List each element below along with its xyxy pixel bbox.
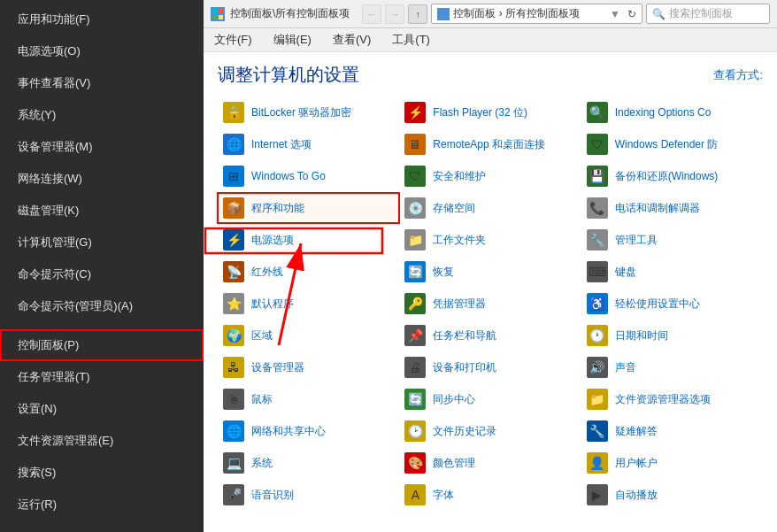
grid-item-backup[interactable]: 💾备份和还原(Windows) bbox=[581, 161, 763, 191]
dropdown-icon: ▼ bbox=[610, 8, 620, 20]
menu-item-network[interactable]: 网络连接(W) bbox=[0, 163, 204, 195]
default-label: 默认程序 bbox=[251, 297, 294, 312]
grid-item-remoteapp[interactable]: 🖥RemoteApp 和桌面连接 bbox=[399, 129, 581, 159]
svg-rect-3 bbox=[219, 15, 223, 19]
grid-item-font[interactable]: A字体 bbox=[399, 480, 581, 510]
menu-item-apps[interactable]: 应用和功能(F) bbox=[0, 4, 204, 35]
grid-item-workfiles[interactable]: 📁工作文件夹 bbox=[399, 225, 581, 255]
grid-item-recover[interactable]: 🔄恢复 bbox=[399, 257, 581, 287]
menu-item-devmgr[interactable]: 设备管理器(M) bbox=[0, 131, 204, 163]
mouse-icon: 🖱 bbox=[223, 389, 244, 410]
context-menu: 应用和功能(F)电源选项(O)事件查看器(V)系统(Y)设备管理器(M)网络连接… bbox=[0, 0, 204, 532]
sync-icon: 🔄 bbox=[404, 389, 426, 410]
grid-item-keyboard[interactable]: ⌨键盘 bbox=[581, 257, 763, 287]
grid-item-color[interactable]: 🎨颜色管理 bbox=[399, 448, 581, 478]
menu-item-power[interactable]: 电源选项(O) bbox=[0, 35, 204, 67]
speech-icon: 🎤 bbox=[223, 484, 244, 505]
grid-item-autoplay[interactable]: ▶自动播放 bbox=[581, 480, 763, 510]
grid-item-managetools[interactable]: 🔧管理工具 bbox=[581, 225, 763, 255]
breadcrumb-bar[interactable]: 控制面板 › 所有控制面板项 ▼ ↻ bbox=[431, 4, 642, 24]
svg-rect-0 bbox=[212, 9, 218, 14]
menu-item-system[interactable]: 系统(Y) bbox=[0, 99, 204, 131]
grid-item-security[interactable]: 🛡安全和维护 bbox=[399, 161, 581, 191]
grid-item-cred[interactable]: 🔑凭据管理器 bbox=[399, 289, 581, 319]
speech-label: 语音识别 bbox=[251, 488, 294, 503]
menubar-item-edit[interactable]: 编辑(E) bbox=[270, 30, 315, 50]
menu-item-label: 设置(N) bbox=[18, 401, 57, 417]
menubar-item-file[interactable]: 文件(F) bbox=[211, 30, 256, 50]
page-header: 调整计算机的设置 查看方式: bbox=[218, 63, 763, 87]
grid-item-indexing[interactable]: 🔍Indexing Options Co bbox=[581, 97, 763, 127]
grid-item-user[interactable]: 👤用户帐户 bbox=[581, 448, 763, 478]
menubar-item-tools[interactable]: 工具(T) bbox=[388, 30, 434, 50]
workfiles-icon: 📁 bbox=[404, 229, 426, 251]
menu-item-compmgr[interactable]: 计算机管理(G) bbox=[0, 227, 204, 258]
up-button[interactable]: ↑ bbox=[408, 4, 427, 24]
datetime-icon: 🕐 bbox=[587, 325, 608, 346]
forward-button[interactable]: → bbox=[385, 4, 404, 24]
title-bar: 控制面板\所有控制面板项 ← → ↑ 控制面板 › 所有控制面板项 ▼ ↻ 🔍 … bbox=[204, 0, 777, 28]
menu-item-control[interactable]: 控制面板(P) bbox=[0, 329, 204, 361]
poweropts-icon: ⚡ bbox=[223, 229, 244, 251]
grid-item-storage[interactable]: 💿存储空间 bbox=[399, 193, 581, 223]
menu-item-diskmgr[interactable]: 磁盘管理(K) bbox=[0, 195, 204, 227]
menu-item-label: 磁盘管理(K) bbox=[18, 203, 79, 219]
back-button[interactable]: ← bbox=[362, 4, 381, 24]
grid-item-infrared[interactable]: 📡红外线 bbox=[218, 257, 399, 287]
fileres-icon: 📁 bbox=[587, 389, 608, 410]
menu-item-search[interactable]: 搜索(S) bbox=[0, 457, 204, 489]
menu-item-run[interactable]: 运行(R) bbox=[0, 489, 204, 520]
wintogo-label: Windows To Go bbox=[251, 170, 326, 182]
menubar-item-view[interactable]: 查看(V) bbox=[329, 30, 374, 50]
grid-item-programs[interactable]: 📦程序和功能 bbox=[218, 193, 399, 223]
menu-item-event[interactable]: 事件查看器(V) bbox=[0, 67, 204, 99]
grid-item-sound[interactable]: 🔊声音 bbox=[581, 352, 763, 382]
menu-item-shutdown[interactable]: 关机或注销(U)› bbox=[0, 528, 204, 532]
refresh-icon[interactable]: ↻ bbox=[627, 8, 636, 20]
workfiles-label: 工作文件夹 bbox=[433, 233, 486, 248]
grid-item-ease[interactable]: ♿轻松使用设置中心 bbox=[581, 289, 763, 319]
ease-label: 轻松使用设置中心 bbox=[615, 297, 700, 312]
grid-item-trouble[interactable]: 🔧疑难解答 bbox=[581, 416, 763, 446]
view-mode[interactable]: 查看方式: bbox=[713, 67, 763, 83]
grid-item-internet[interactable]: 🌐Internet 选项 bbox=[218, 129, 399, 159]
content-area: 调整计算机的设置 查看方式: 🔒BitLocker 驱动器加密⚡Flash Pl… bbox=[204, 52, 777, 532]
recover-label: 恢复 bbox=[433, 265, 454, 280]
menu-item-label: 应用和功能(F) bbox=[18, 12, 90, 27]
menu-item-taskmgr[interactable]: 任务管理器(T) bbox=[0, 361, 204, 393]
devprint-label: 设备和打印机 bbox=[433, 360, 496, 375]
grid-item-windefend[interactable]: 🛡Windows Defender 防 bbox=[581, 129, 763, 159]
flash-icon: ⚡ bbox=[404, 102, 426, 123]
datetime-label: 日期和时间 bbox=[615, 328, 668, 343]
menu-item-label: 命令提示符(C) bbox=[18, 266, 91, 282]
search-bar[interactable]: 🔍 搜索控制面板 bbox=[646, 4, 770, 24]
grid-item-sync[interactable]: 🔄同步中心 bbox=[399, 384, 581, 414]
grid-item-wintogo[interactable]: ⊞Windows To Go bbox=[218, 161, 399, 191]
grid-item-flash[interactable]: ⚡Flash Player (32 位) bbox=[399, 97, 581, 127]
grid-item-fileres[interactable]: 📁文件资源管理器选项 bbox=[581, 384, 763, 414]
grid-item-filehist[interactable]: 🕑文件历史记录 bbox=[399, 416, 581, 446]
grid-item-taskbarnav[interactable]: 📌任务栏和导航 bbox=[399, 320, 581, 351]
grid-item-system2[interactable]: 💻系统 bbox=[218, 448, 399, 478]
grid-item-datetime[interactable]: 🕐日期和时间 bbox=[581, 320, 763, 351]
grid-item-mouse[interactable]: 🖱鼠标 bbox=[218, 384, 399, 414]
menu-item-explorer[interactable]: 文件资源管理器(E) bbox=[0, 425, 204, 457]
menu-item-cmd-admin[interactable]: 命令提示符(管理员)(A) bbox=[0, 290, 204, 322]
grid-item-devprint[interactable]: 🖨设备和打印机 bbox=[399, 352, 581, 382]
grid-item-default[interactable]: ⭐默认程序 bbox=[218, 289, 399, 319]
menu-item-cmd[interactable]: 命令提示符(C) bbox=[0, 258, 204, 290]
grid-item-network2[interactable]: 🌐网络和共享中心 bbox=[218, 416, 399, 446]
menu-item-label: 运行(R) bbox=[18, 497, 57, 513]
devmgr2-icon: 🖧 bbox=[223, 357, 244, 378]
menu-item-settings[interactable]: 设置(N) bbox=[0, 393, 204, 425]
grid-item-devmgr2[interactable]: 🖧设备管理器 bbox=[218, 352, 399, 382]
grid-item-poweropts[interactable]: ⚡电源选项 bbox=[218, 225, 399, 255]
font-icon: A bbox=[404, 484, 426, 505]
grid-item-bitlocker[interactable]: 🔒BitLocker 驱动器加密 bbox=[218, 97, 399, 127]
grid-item-phone[interactable]: 📞电话和调制解调器 bbox=[581, 193, 763, 223]
grid-item-region[interactable]: 🌍区域 bbox=[218, 320, 399, 351]
grid-item-speech[interactable]: 🎤语音识别 bbox=[218, 480, 399, 510]
internet-icon: 🌐 bbox=[223, 134, 244, 155]
infrared-icon: 📡 bbox=[223, 261, 244, 282]
windefend-icon: 🛡 bbox=[587, 134, 608, 155]
